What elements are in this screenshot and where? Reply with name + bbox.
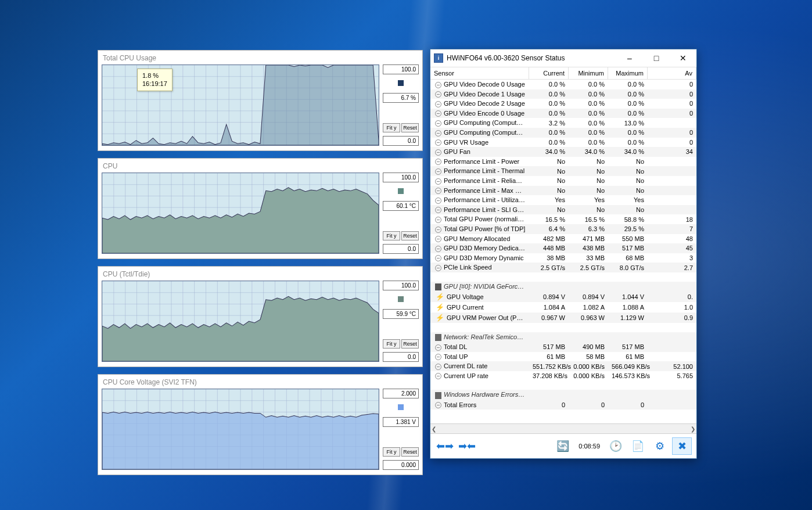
table-row[interactable]: PCIe Link Speed 2.5 GT/s 2.5 GT/s 8.0 GT… <box>430 263 696 272</box>
collapse-icon[interactable] <box>435 159 441 165</box>
settings-icon[interactable]: ⚙ <box>650 437 670 455</box>
table-row[interactable]: Total Errors 0 0 0 <box>430 400 696 410</box>
minimize-button[interactable]: – <box>616 49 643 67</box>
table-row[interactable]: GPU Video Decode 2 Usage 0.0 % 0.0 % 0.0… <box>430 99 696 109</box>
collapse-icon[interactable] <box>435 130 441 137</box>
reset-button[interactable]: Reset <box>401 447 419 457</box>
collapse-button[interactable]: ➡⬅ <box>457 437 477 455</box>
group-row[interactable]: Windows Hardware Errors (... <box>430 390 696 400</box>
fit-y-button[interactable]: Fit y <box>383 447 400 457</box>
col-average[interactable]: Av <box>648 67 696 79</box>
collapse-icon[interactable] <box>435 354 441 360</box>
min-value: 0 <box>569 401 608 409</box>
chart-plot[interactable] <box>102 173 379 254</box>
max-value: 13.0 % <box>608 119 648 127</box>
table-row[interactable]: Total GPU Power (normalize... 16.5 % 16.… <box>430 214 696 224</box>
table-row[interactable]: GPU Computing (Compute_... 0.0 % 0.0 % 0… <box>430 128 696 138</box>
sensor-name: Total GPU Power [% of TDP] <box>444 225 525 232</box>
reset-button[interactable]: Reset <box>401 231 419 240</box>
collapse-icon[interactable] <box>435 149 441 156</box>
h-scrollbar[interactable]: ❮ ❯ <box>430 423 696 433</box>
max-value: 29.5 % <box>608 225 648 233</box>
collapse-icon[interactable] <box>435 120 441 127</box>
collapse-icon[interactable] <box>435 207 441 213</box>
collapse-icon[interactable] <box>435 344 441 351</box>
table-row[interactable]: ⚡GPU Voltage 0.894 V 0.894 V 1.044 V 0. <box>430 292 696 302</box>
close-button[interactable]: ✕ <box>670 49 696 67</box>
max-value: 0.0 % <box>608 109 648 117</box>
collapse-icon[interactable] <box>435 197 441 204</box>
series-swatch <box>383 294 419 306</box>
table-row[interactable]: ⚡GPU VRM Power Out (POUT) 0.967 W 0.963 … <box>430 313 696 323</box>
collapse-icon[interactable] <box>435 227 441 233</box>
chart-plot[interactable]: 1.8 % 16:19:17 <box>102 64 379 146</box>
collapse-icon[interactable] <box>435 168 441 175</box>
collapse-icon[interactable] <box>435 364 441 370</box>
chart-value-label: 59.9 °C <box>383 309 419 319</box>
close-sensors-icon[interactable]: ✖ <box>672 437 692 455</box>
group-row[interactable]: GPU [#0]: NVIDIA GeForce... <box>430 282 696 292</box>
max-value: 517 MB <box>608 244 648 252</box>
table-row[interactable]: Performance Limit - Thermal No No No <box>430 166 696 176</box>
sensor-body[interactable]: GPU Video Decode 0 Usage 0.0 % 0.0 % 0.0… <box>430 80 696 423</box>
table-row[interactable]: Performance Limit - Utilization Yes Yes … <box>430 195 696 205</box>
table-row[interactable]: Total GPU Power [% of TDP] 6.4 % 6.3 % 2… <box>430 224 696 234</box>
titlebar[interactable]: i HWiNFO64 v6.00-3620 Sensor Status – □ … <box>430 49 696 67</box>
reset-button[interactable]: Reset <box>401 339 419 349</box>
collapse-icon[interactable] <box>435 265 441 271</box>
collapse-icon[interactable] <box>435 101 441 107</box>
table-row[interactable]: Performance Limit - Power No No No <box>430 157 696 167</box>
fit-y-button[interactable]: Fit y <box>383 123 400 132</box>
table-row[interactable]: Performance Limit - Max Op... No No No <box>430 186 696 196</box>
collapse-icon[interactable] <box>435 246 441 252</box>
log-icon[interactable]: 📄 <box>628 437 648 455</box>
series-swatch <box>383 402 419 414</box>
collapse-icon[interactable] <box>435 255 441 261</box>
expand-button[interactable]: ⬅➡ <box>435 437 455 455</box>
table-row[interactable]: GPU VR Usage 0.0 % 0.0 % 0.0 % 0 <box>430 138 696 148</box>
table-row[interactable]: Current DL rate 551.752 KB/s 0.000 KB/s … <box>430 361 696 371</box>
collapse-icon[interactable] <box>435 217 441 223</box>
table-row[interactable]: GPU Video Decode 1 Usage 0.0 % 0.0 % 0.0… <box>430 89 696 99</box>
max-value: No <box>608 206 648 214</box>
current-value: 16.5 % <box>529 216 569 224</box>
col-maximum[interactable]: Maximum <box>608 67 648 79</box>
table-row[interactable]: GPU D3D Memory Dedicated 448 MB 438 MB 5… <box>430 243 696 253</box>
table-row[interactable]: Total UP 61 MB 58 MB 61 MB <box>430 352 696 362</box>
table-row[interactable]: GPU Memory Allocated 482 MB 471 MB 550 M… <box>430 234 696 244</box>
current-value: 0.0 % <box>529 128 569 137</box>
clock-icon[interactable]: 🕑 <box>606 437 626 455</box>
chart-plot[interactable] <box>102 281 379 362</box>
table-row[interactable]: Current UP rate 37.208 KB/s 0.000 KB/s 1… <box>430 371 696 381</box>
reset-button[interactable]: Reset <box>401 123 419 132</box>
table-row[interactable]: GPU D3D Memory Dynamic 38 MB 33 MB 68 MB… <box>430 253 696 263</box>
table-row[interactable]: GPU Fan 34.0 % 34.0 % 34.0 % 34 <box>430 147 696 157</box>
collapse-icon[interactable] <box>435 82 441 88</box>
collapse-icon[interactable] <box>435 236 441 242</box>
table-row[interactable]: ⚡GPU Current 1.084 A 1.082 A 1.088 A 1.0 <box>430 302 696 313</box>
col-current[interactable]: Current <box>529 67 569 79</box>
table-row[interactable]: Performance Limit - Reliabili... No No N… <box>430 176 696 186</box>
table-row[interactable]: GPU Video Decode 0 Usage 0.0 % 0.0 % 0.0… <box>430 80 696 89</box>
collapse-icon[interactable] <box>435 373 441 379</box>
table-row[interactable]: Total DL 517 MB 490 MB 517 MB <box>430 342 696 352</box>
maximize-button[interactable]: □ <box>643 49 670 67</box>
collapse-icon[interactable] <box>435 188 441 194</box>
collapse-icon[interactable] <box>435 91 441 98</box>
scroll-left-icon[interactable]: ❮ <box>432 426 436 432</box>
collapse-icon[interactable] <box>435 402 441 408</box>
collapse-icon[interactable] <box>435 110 441 117</box>
table-row[interactable]: Performance Limit - SLI GP... No No No <box>430 205 696 215</box>
fit-y-button[interactable]: Fit y <box>383 231 400 240</box>
col-sensor[interactable]: Sensor <box>430 67 529 79</box>
col-minimum[interactable]: Minimum <box>569 67 608 79</box>
refresh-icon[interactable]: 🔄 <box>553 437 573 455</box>
collapse-icon[interactable] <box>435 178 441 185</box>
table-row[interactable]: GPU Computing (Compute_... 3.2 % 0.0 % 1… <box>430 118 696 128</box>
group-row[interactable]: Network: RealTek Semicon... <box>430 332 696 342</box>
table-row[interactable]: GPU Video Encode 0 Usage 0.0 % 0.0 % 0.0… <box>430 109 696 118</box>
scroll-right-icon[interactable]: ❯ <box>691 426 695 432</box>
chart-plot[interactable] <box>102 389 379 470</box>
fit-y-button[interactable]: Fit y <box>383 339 400 349</box>
collapse-icon[interactable] <box>435 139 441 146</box>
